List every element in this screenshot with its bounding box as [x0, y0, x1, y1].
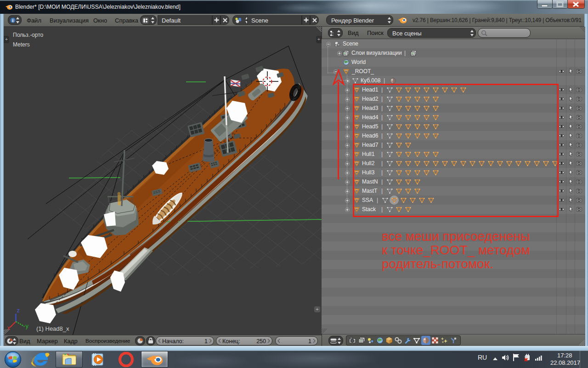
svg-text:z: z: [17, 307, 20, 314]
svg-text:y: y: [26, 322, 29, 329]
svg-text:i: i: [12, 18, 14, 23]
